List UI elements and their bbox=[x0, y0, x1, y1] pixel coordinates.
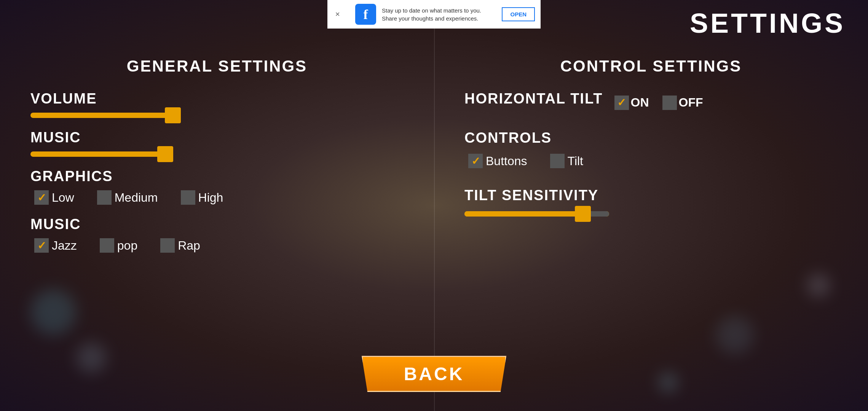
tilt-slider-track[interactable] bbox=[464, 211, 609, 217]
checkmark-icon: ✓ bbox=[471, 155, 480, 167]
checkmark-icon: ✓ bbox=[617, 96, 626, 109]
music-rap-checkbox[interactable] bbox=[160, 238, 175, 253]
music-jazz-checkbox[interactable]: ✓ bbox=[34, 238, 49, 253]
music-rap-label: Rap bbox=[178, 239, 200, 253]
music-slider-track[interactable] bbox=[30, 151, 168, 157]
music-pop-label: pop bbox=[117, 239, 137, 253]
music-genre-options: ✓ Jazz pop Rap bbox=[34, 238, 404, 253]
music-slider-label: MUSIC bbox=[30, 129, 404, 146]
graphics-medium-label: Medium bbox=[115, 191, 158, 205]
checkmark-icon: ✓ bbox=[37, 191, 46, 204]
graphics-option-low[interactable]: ✓ Low bbox=[34, 190, 74, 205]
graphics-medium-checkbox[interactable] bbox=[97, 190, 112, 205]
back-label: BACK bbox=[404, 363, 464, 384]
music-genre-label: Music bbox=[30, 216, 404, 233]
graphics-high-label: High bbox=[198, 191, 223, 205]
horizontal-tilt-on[interactable]: ✓ ON bbox=[614, 96, 649, 110]
music-pop-option[interactable]: pop bbox=[100, 238, 137, 253]
page-title: SETTINGS bbox=[690, 8, 845, 39]
horizontal-tilt-off[interactable]: OFF bbox=[662, 96, 703, 110]
tilt-slider-filled bbox=[464, 211, 580, 217]
controls-tilt-option[interactable]: Tilt bbox=[550, 154, 583, 168]
controls-buttons-label: Buttons bbox=[486, 154, 527, 168]
general-settings-title: GENERAL SETTINGS bbox=[30, 57, 404, 75]
tilt-sensitivity-slider[interactable] bbox=[464, 211, 838, 217]
volume-slider-track[interactable] bbox=[30, 113, 175, 118]
horizontal-tilt-row: HORIZONTAL TILT ✓ ON OFF bbox=[464, 91, 838, 115]
controls-tilt-label: Tilt bbox=[568, 154, 583, 168]
controls-options: ✓ Buttons Tilt bbox=[468, 154, 838, 168]
graphics-low-label: Low bbox=[52, 191, 74, 205]
back-button[interactable]: BACK bbox=[362, 356, 506, 392]
tilt-on-checkbox[interactable]: ✓ bbox=[614, 96, 629, 110]
tilt-off-checkbox[interactable] bbox=[662, 96, 677, 110]
control-settings-title: CONTROL SETTINGS bbox=[464, 57, 838, 75]
graphics-high-checkbox[interactable] bbox=[181, 190, 195, 205]
tilt-sensitivity-label: TILT SENSITIVITY bbox=[464, 187, 838, 204]
tilt-off-label: OFF bbox=[679, 96, 703, 110]
graphics-options: ✓ Low Medium High bbox=[34, 190, 404, 205]
ad-open-button[interactable]: OPEN bbox=[502, 7, 535, 21]
ad-close-button[interactable]: ✕ bbox=[333, 10, 342, 19]
controls-buttons-option[interactable]: ✓ Buttons bbox=[468, 154, 527, 168]
controls-label: CONTROLS bbox=[464, 130, 838, 146]
graphics-low-checkbox[interactable]: ✓ bbox=[34, 190, 49, 205]
music-slider-thumb[interactable] bbox=[157, 146, 173, 162]
music-jazz-option[interactable]: ✓ Jazz bbox=[34, 238, 77, 253]
music-pop-checkbox[interactable] bbox=[100, 238, 114, 253]
volume-label: VOLUME bbox=[30, 91, 404, 107]
horizontal-tilt-label: HORIZONTAL TILT bbox=[464, 91, 603, 107]
tilt-on-label: ON bbox=[631, 96, 649, 110]
volume-slider-thumb[interactable] bbox=[165, 107, 181, 123]
volume-slider-container[interactable] bbox=[30, 113, 404, 118]
horizontal-tilt-toggle: ✓ ON OFF bbox=[614, 96, 703, 110]
facebook-icon: f bbox=[355, 4, 376, 25]
controls-tilt-checkbox[interactable] bbox=[550, 154, 565, 168]
music-jazz-label: Jazz bbox=[52, 239, 77, 253]
music-rap-option[interactable]: Rap bbox=[160, 238, 200, 253]
ad-text: Stay up to date on what matters to you. … bbox=[382, 6, 496, 22]
tilt-slider-thumb[interactable] bbox=[575, 206, 591, 222]
graphics-label: GRAPHICS bbox=[30, 168, 404, 185]
graphics-option-medium[interactable]: Medium bbox=[97, 190, 158, 205]
checkmark-icon: ✓ bbox=[37, 239, 46, 252]
ad-banner: ✕ f Stay up to date on what matters to y… bbox=[327, 0, 541, 29]
graphics-option-high[interactable]: High bbox=[181, 190, 223, 205]
controls-buttons-checkbox[interactable]: ✓ bbox=[468, 154, 483, 168]
music-slider-container[interactable] bbox=[30, 151, 404, 157]
